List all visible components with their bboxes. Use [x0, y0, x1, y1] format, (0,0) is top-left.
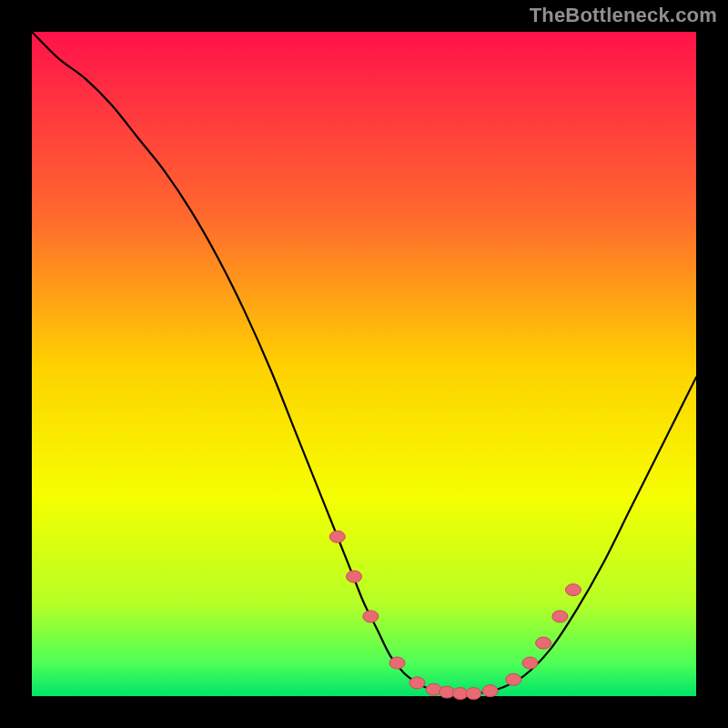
- marker-point: [363, 611, 379, 622]
- marker-point: [565, 584, 581, 596]
- marker-point: [347, 571, 362, 582]
- marker-point: [552, 611, 568, 622]
- marker-point: [410, 677, 425, 689]
- marker-point: [536, 637, 551, 649]
- marker-point: [466, 688, 481, 700]
- marker-point: [329, 531, 345, 542]
- marker-point: [522, 657, 538, 669]
- watermark-text: TheBottleneck.com: [530, 4, 717, 27]
- plot-gradient-background: [32, 32, 696, 696]
- chart-stage: TheBottleneck.com: [0, 0, 728, 728]
- chart-svg: [0, 0, 728, 728]
- marker-point: [506, 673, 521, 685]
- marker-point: [482, 685, 498, 697]
- marker-point: [389, 657, 405, 669]
